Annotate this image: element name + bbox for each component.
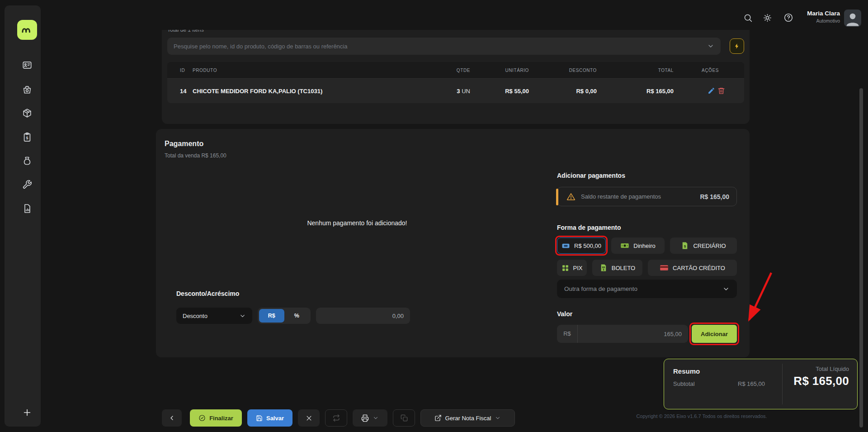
items-total-label-clipped: Total de 1 itens bbox=[167, 30, 744, 33]
sidebar-item-finance[interactable] bbox=[18, 153, 37, 169]
search-icon[interactable] bbox=[742, 12, 754, 24]
method-label: BOLETO bbox=[612, 265, 636, 271]
basket-icon bbox=[22, 85, 32, 95]
currency-prefix: R$ bbox=[557, 325, 578, 343]
chevron-down-icon bbox=[239, 313, 246, 319]
user-info[interactable]: Maria Clara Automotivo bbox=[807, 10, 840, 24]
method-cartao-credito-button[interactable]: CARTÃO CRÉDITO bbox=[648, 260, 737, 276]
print-button[interactable] bbox=[353, 409, 387, 427]
quick-add-button[interactable] bbox=[730, 38, 744, 54]
method-dinheiro-button[interactable]: Dinheiro bbox=[611, 237, 665, 254]
add-payment-button[interactable]: Adicionar bbox=[692, 325, 737, 343]
printer-icon bbox=[361, 414, 369, 422]
sidebar-item-settings[interactable] bbox=[18, 176, 37, 193]
sidebar-item-contacts[interactable] bbox=[18, 57, 37, 73]
product-search-input[interactable] bbox=[167, 38, 721, 55]
method-voucher-500-button[interactable]: R$ 500,00 bbox=[557, 237, 606, 254]
repeat-icon bbox=[333, 414, 340, 422]
edit-item-button[interactable] bbox=[695, 87, 708, 95]
sidebar-item-orders[interactable]: $ bbox=[18, 129, 37, 145]
svg-text:$: $ bbox=[26, 136, 28, 140]
sidebar-item-products[interactable] bbox=[18, 105, 37, 121]
trash-icon bbox=[717, 87, 725, 95]
currency-toggle-button[interactable]: R$ bbox=[259, 309, 284, 323]
theme-brightness-icon[interactable] bbox=[761, 12, 773, 24]
back-button[interactable] bbox=[162, 409, 182, 427]
warning-accent bbox=[556, 189, 558, 205]
save-icon bbox=[256, 415, 263, 422]
method-boleto-button[interactable]: $ BOLETO bbox=[592, 260, 642, 276]
remaining-balance-warning: Saldo restante de pagamentos R$ 165,00 bbox=[557, 187, 737, 206]
cell-id: 14 bbox=[167, 88, 193, 95]
check-circle-icon bbox=[198, 414, 206, 422]
chevron-down-icon bbox=[495, 415, 501, 421]
close-icon bbox=[306, 415, 312, 422]
external-link-icon bbox=[434, 414, 442, 422]
discount-type-select[interactable]: Desconto bbox=[176, 308, 252, 324]
repeat-sale-button[interactable] bbox=[325, 409, 347, 427]
items-table-header: ID PRODUTO QTDE UNITÁRIO DESCONTO TOTAL … bbox=[167, 62, 744, 78]
chevron-down-icon bbox=[373, 415, 379, 421]
discount-title: Desconto/Acréscimo bbox=[176, 290, 239, 297]
add-payments-title: Adicionar pagamentos bbox=[557, 172, 625, 179]
money-bag-icon bbox=[22, 156, 32, 166]
payment-subtitle: Total da venda R$ 165,00 bbox=[165, 152, 226, 159]
chevron-down-icon[interactable] bbox=[707, 43, 714, 50]
avatar[interactable] bbox=[844, 9, 861, 27]
sidebar-add-button[interactable] bbox=[18, 404, 37, 421]
payment-value-input[interactable] bbox=[578, 331, 688, 337]
chevron-down-icon bbox=[722, 285, 730, 293]
value-title: Valor bbox=[557, 310, 572, 318]
credit-card-icon bbox=[660, 263, 669, 272]
subtotal-value: R$ 165,00 bbox=[738, 380, 765, 387]
summary-box: Resumo Subtotal R$ 165,00 Total Líquido … bbox=[664, 359, 858, 409]
vertical-scrollbar[interactable] bbox=[859, 88, 863, 427]
search-input-field[interactable] bbox=[174, 43, 707, 50]
sidebar-item-reports[interactable] bbox=[18, 200, 37, 217]
discount-value-input[interactable] bbox=[316, 308, 410, 324]
warning-value: R$ 165,00 bbox=[700, 193, 729, 200]
pencil-icon bbox=[708, 87, 715, 95]
percent-toggle-button[interactable]: % bbox=[284, 309, 310, 323]
method-label: CREDIÁRIO bbox=[693, 242, 726, 249]
save-button[interactable]: Salvar bbox=[247, 409, 292, 427]
other-payment-method-select[interactable]: Outra forma de pagamento bbox=[557, 280, 737, 298]
payment-card: Pagamento Total da venda R$ 165,00 Nenhu… bbox=[156, 129, 750, 357]
method-pix-button[interactable]: PIX bbox=[557, 260, 587, 276]
col-qtde: QTDE bbox=[423, 68, 473, 73]
generate-invoice-button[interactable]: Gerar Nota Fiscal bbox=[420, 409, 515, 427]
summary-title: Resumo bbox=[673, 367, 773, 375]
method-label: PIX bbox=[573, 265, 583, 271]
receipt-icon: $ bbox=[681, 242, 689, 250]
cash-icon bbox=[620, 241, 629, 250]
package-icon bbox=[22, 108, 32, 118]
method-label: CARTÃO CRÉDITO bbox=[673, 265, 725, 271]
method-crediario-button[interactable]: $ CREDIÁRIO bbox=[670, 237, 737, 254]
cell-desconto: R$ 0,00 bbox=[532, 88, 599, 95]
copyright: Copyright © 2026 Eixo v1.6.7 Todos os di… bbox=[629, 413, 774, 419]
payment-title: Pagamento bbox=[165, 140, 203, 148]
svg-text:$: $ bbox=[603, 268, 604, 271]
duplicate-button[interactable] bbox=[393, 409, 415, 427]
boleto-icon: $ bbox=[599, 264, 608, 272]
sidebar-item-sales[interactable] bbox=[18, 81, 37, 98]
report-icon bbox=[22, 204, 32, 214]
app-logo[interactable] bbox=[17, 20, 37, 40]
col-produto: PRODUTO bbox=[193, 68, 423, 73]
finalize-button[interactable]: Finalizar bbox=[190, 409, 242, 427]
app-window: Maria Clara Automotivo $ bbox=[0, 0, 868, 432]
user-name: Maria Clara bbox=[807, 10, 840, 17]
invoice-label: Gerar Nota Fiscal bbox=[445, 415, 491, 422]
delete-item-button[interactable] bbox=[717, 87, 726, 95]
lightning-icon bbox=[734, 42, 740, 50]
sidebar: $ bbox=[5, 5, 41, 427]
wrench-icon bbox=[22, 180, 32, 190]
cancel-button[interactable] bbox=[298, 409, 320, 427]
col-id: ID bbox=[167, 68, 193, 73]
payment-method-title: Forma de pagamento bbox=[557, 224, 621, 231]
help-icon[interactable] bbox=[783, 12, 794, 24]
contacts-icon bbox=[22, 60, 32, 70]
col-unitario: UNITÁRIO bbox=[473, 68, 532, 73]
finalize-label: Finalizar bbox=[209, 415, 233, 422]
items-table: ID PRODUTO QTDE UNITÁRIO DESCONTO TOTAL … bbox=[167, 62, 744, 103]
